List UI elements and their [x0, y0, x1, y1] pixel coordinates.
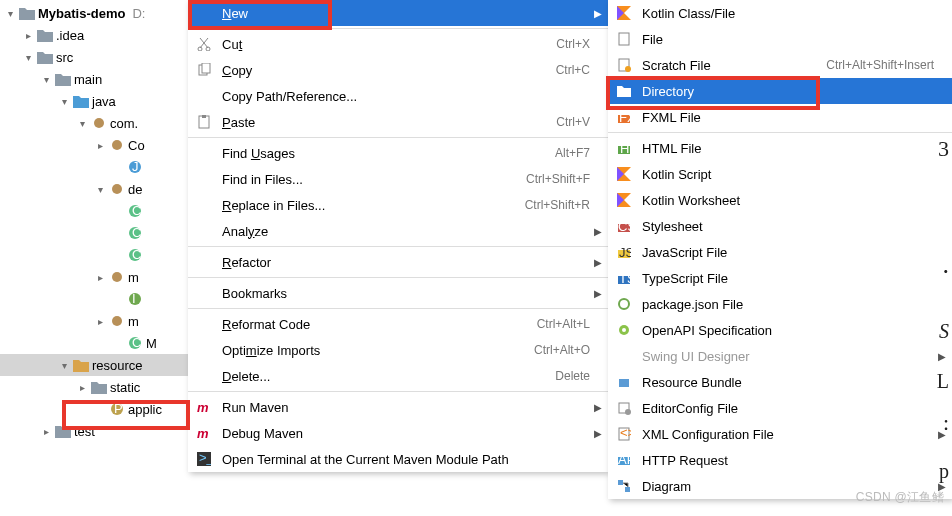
project-tree[interactable]: ▾ Mybatis-demo D: ▸.idea▾src▾main▾java▾c… [0, 0, 190, 442]
tree-item[interactable]: ▸m [0, 266, 190, 288]
new-item-swing-ui-designer[interactable]: Swing UI Designer▶ [608, 343, 952, 369]
tree-item[interactable]: ▸test [0, 420, 190, 442]
svg-text:JS: JS [619, 245, 631, 259]
new-item-kotlin-script[interactable]: Kotlin Script [608, 161, 952, 187]
context-item-find-in-files[interactable]: Find in Files...Ctrl+Shift+F [188, 166, 608, 192]
bg-char: 3 [938, 136, 949, 162]
context-item-copy[interactable]: CopyCtrl+C [188, 57, 608, 83]
new-item-kotlin-worksheet[interactable]: Kotlin Worksheet [608, 187, 952, 213]
context-item-new[interactable]: New▶ [188, 0, 608, 26]
tree-item-label: com. [110, 116, 138, 131]
new-item-scratch-file[interactable]: Scratch FileCtrl+Alt+Shift+Insert [608, 52, 952, 78]
tree-item[interactable]: ▾com. [0, 112, 190, 134]
tree-item[interactable]: J [0, 156, 190, 178]
svg-rect-22 [202, 63, 210, 73]
blank-icon [196, 316, 212, 332]
new-item-editorconfig-file[interactable]: EditorConfig File [608, 395, 952, 421]
menu-shortcut: Ctrl+Shift+F [526, 172, 590, 186]
blank-icon [196, 197, 212, 213]
new-item-javascript-file[interactable]: JSJavaScript File [608, 239, 952, 265]
blank-icon [196, 145, 212, 161]
tree-root-label: Mybatis-demo [38, 6, 125, 21]
svg-point-1 [112, 140, 122, 150]
new-item-xml-configuration-file[interactable]: <>XML Configuration File▶ [608, 421, 952, 447]
tree-item[interactable]: CM [0, 332, 190, 354]
folder-icon [73, 94, 89, 108]
tree-root[interactable]: ▾ Mybatis-demo D: [0, 2, 190, 24]
tree-item[interactable]: C [0, 244, 190, 266]
tree-item[interactable]: ▸.idea [0, 24, 190, 46]
menu-item-label: Run Maven [222, 400, 590, 415]
menu-item-label: Directory [642, 84, 934, 99]
context-item-reformat-code[interactable]: Reformat CodeCtrl+Alt+L [188, 311, 608, 337]
svg-point-14 [112, 316, 122, 326]
new-item-typescript-file[interactable]: TSTypeScript File [608, 265, 952, 291]
tree-item[interactable]: ▸Co [0, 134, 190, 156]
file-icon: I [127, 292, 143, 306]
tree-item[interactable]: ▾resource [0, 354, 190, 376]
new-item-kotlin-class-file[interactable]: Kotlin Class/File [608, 0, 952, 26]
menu-item-label: Refactor [222, 255, 590, 270]
tree-item[interactable]: ▸static [0, 376, 190, 398]
menu-shortcut: Ctrl+Shift+R [525, 198, 590, 212]
context-item-open-terminal-at-the-current-maven-module-path[interactable]: >_Open Terminal at the Current Maven Mod… [188, 446, 608, 472]
tree-item-label: main [74, 72, 102, 87]
new-item-resource-bundle[interactable]: Resource Bundle [608, 369, 952, 395]
bg-char: S [939, 320, 949, 343]
menu-item-label: Analyze [222, 224, 590, 239]
new-item-stylesheet[interactable]: CSSStylesheet [608, 213, 952, 239]
context-item-paste[interactable]: PasteCtrl+V [188, 109, 608, 135]
new-item-openapi-specification[interactable]: OpenAPI Specification [608, 317, 952, 343]
svg-point-4 [112, 184, 122, 194]
menu-item-label: Kotlin Worksheet [642, 193, 934, 208]
menu-separator [188, 277, 608, 278]
context-item-optimize-imports[interactable]: Optimize ImportsCtrl+Alt+O [188, 337, 608, 363]
svg-text:C: C [132, 248, 141, 262]
context-item-run-maven[interactable]: mRun Maven▶ [188, 394, 608, 420]
tree-item-label: m [128, 270, 139, 285]
term-icon: >_ [196, 451, 212, 467]
chevron-down-icon: ▾ [4, 8, 16, 19]
context-item-copy-path-reference[interactable]: Copy Path/Reference... [188, 83, 608, 109]
new-item-http-request[interactable]: APIHTTP Request [608, 447, 952, 473]
package-icon [109, 314, 125, 328]
context-item-cut[interactable]: CutCtrl+X [188, 31, 608, 57]
context-item-refactor[interactable]: Refactor▶ [188, 249, 608, 275]
tree-item[interactable]: ▾src [0, 46, 190, 68]
context-item-find-usages[interactable]: Find UsagesAlt+F7 [188, 140, 608, 166]
new-item-html-file[interactable]: HHTML File [608, 135, 952, 161]
menu-item-label: File [642, 32, 934, 47]
tree-item[interactable]: C [0, 200, 190, 222]
context-item-delete[interactable]: Delete...Delete [188, 363, 608, 389]
new-item-package-json-file[interactable]: package.json File [608, 291, 952, 317]
bg-char: . [943, 250, 950, 280]
menu-item-label: JavaScript File [642, 245, 934, 260]
folder-icon [91, 380, 107, 394]
context-item-replace-in-files[interactable]: Replace in Files...Ctrl+Shift+R [188, 192, 608, 218]
svg-text:API: API [618, 453, 631, 467]
new-item-file[interactable]: File [608, 26, 952, 52]
tree-item[interactable]: ▸m [0, 310, 190, 332]
blank-icon [616, 348, 632, 364]
menu-shortcut: Ctrl+Alt+Shift+Insert [826, 58, 934, 72]
tree-item-label: src [56, 50, 73, 65]
menu-shortcut: Delete [555, 369, 590, 383]
tree-item[interactable]: Papplic [0, 398, 190, 420]
menu-item-label: Replace in Files... [222, 198, 515, 213]
new-submenu: Kotlin Class/FileFileScratch FileCtrl+Al… [608, 0, 952, 499]
menu-item-label: Kotlin Script [642, 167, 934, 182]
context-item-analyze[interactable]: Analyze▶ [188, 218, 608, 244]
menu-item-label: Stylesheet [642, 219, 934, 234]
tree-item[interactable]: ▾main [0, 68, 190, 90]
menu-item-label: XML Configuration File [642, 427, 934, 442]
tree-item[interactable]: I [0, 288, 190, 310]
new-item-fxml-file[interactable]: FXFXML File [608, 104, 952, 130]
tree-item[interactable]: ▾java [0, 90, 190, 112]
tree-item[interactable]: ▾de [0, 178, 190, 200]
context-item-bookmarks[interactable]: Bookmarks▶ [188, 280, 608, 306]
bg-char: : [943, 410, 949, 436]
context-item-debug-maven[interactable]: mDebug Maven▶ [188, 420, 608, 446]
menu-separator [188, 391, 608, 392]
new-item-directory[interactable]: Directory [608, 78, 952, 104]
tree-item[interactable]: C [0, 222, 190, 244]
